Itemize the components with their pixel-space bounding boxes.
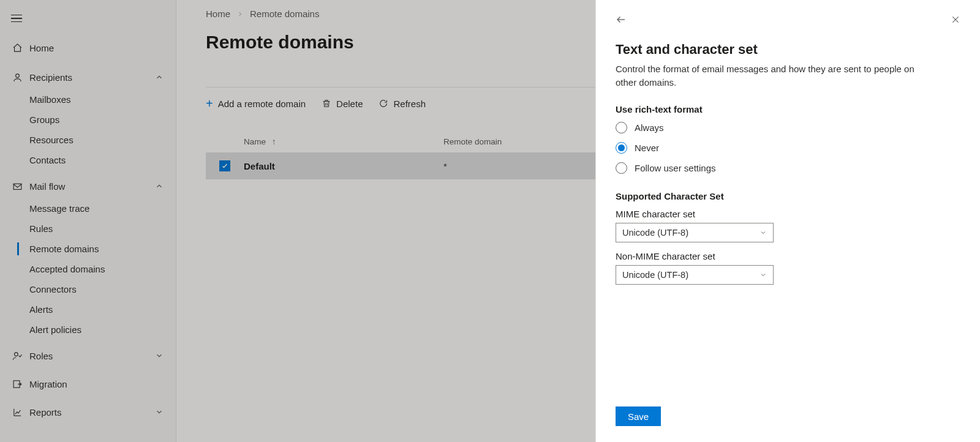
rtf-radio-group: Always Never Follow user settings bbox=[616, 122, 960, 174]
nonmime-charset-select[interactable]: Unicode (UTF-8) bbox=[616, 265, 774, 285]
mime-charset-select[interactable]: Unicode (UTF-8) bbox=[616, 223, 774, 242]
mime-label: MIME character set bbox=[616, 209, 960, 219]
panel-title: Text and character set bbox=[616, 42, 960, 58]
close-button[interactable] bbox=[951, 15, 960, 24]
chevron-down-icon bbox=[760, 271, 767, 279]
modal-scrim[interactable] bbox=[0, 0, 595, 442]
rtf-option-always[interactable]: Always bbox=[616, 122, 960, 133]
radio-label: Always bbox=[635, 122, 664, 133]
radio-label: Follow user settings bbox=[635, 163, 716, 173]
rtf-option-follow-user[interactable]: Follow user settings bbox=[616, 162, 960, 174]
flyout-panel: Text and character set Control the forma… bbox=[595, 0, 980, 442]
panel-description: Control the format of email messages and… bbox=[616, 62, 934, 89]
save-button[interactable]: Save bbox=[616, 406, 661, 426]
radio-icon bbox=[616, 162, 627, 174]
select-value: Unicode (UTF-8) bbox=[622, 228, 688, 238]
rtf-option-never[interactable]: Never bbox=[616, 142, 960, 154]
nonmime-label: Non-MIME character set bbox=[616, 251, 960, 261]
back-button[interactable] bbox=[616, 14, 627, 25]
radio-icon bbox=[616, 142, 627, 154]
chevron-down-icon bbox=[760, 229, 767, 236]
rtf-heading: Use rich-text format bbox=[616, 104, 960, 114]
radio-label: Never bbox=[635, 143, 659, 153]
radio-icon bbox=[616, 122, 627, 133]
charset-heading: Supported Character Set bbox=[616, 191, 960, 201]
select-value: Unicode (UTF-8) bbox=[622, 270, 688, 280]
